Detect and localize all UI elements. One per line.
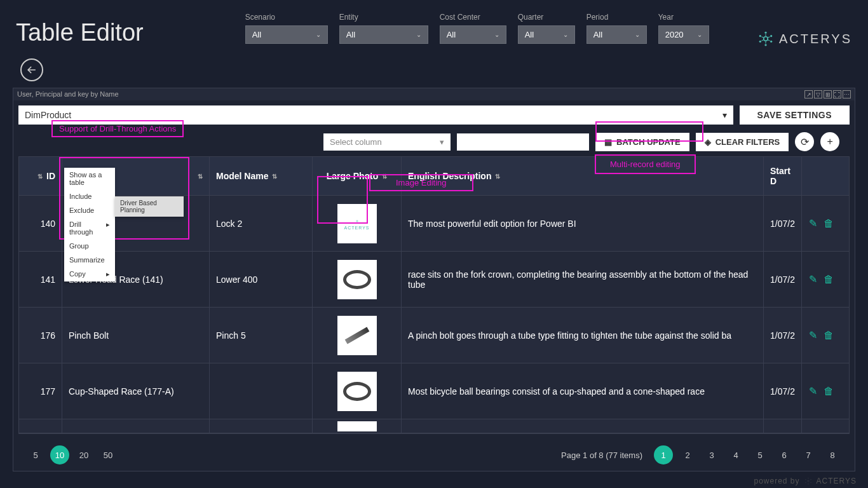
- page-size-20[interactable]: 20: [74, 445, 93, 464]
- filter-select-scenario[interactable]: All⌄: [245, 25, 328, 44]
- select-column-dropdown[interactable]: Select column ▾: [323, 133, 451, 151]
- chevron-down-icon: ▾: [722, 110, 727, 120]
- context-sub-item[interactable]: Driver Based Planning: [115, 196, 184, 217]
- filter-select-entity[interactable]: All⌄: [339, 25, 428, 44]
- page-2[interactable]: 2: [678, 445, 697, 464]
- filter-label: Period: [587, 13, 647, 22]
- context-item[interactable]: Include: [64, 189, 115, 203]
- svg-point-1: [764, 32, 766, 34]
- cell-date: 1/07/2: [764, 196, 802, 251]
- save-settings-button[interactable]: SAVE SETTINGS: [740, 105, 850, 125]
- svg-point-2: [770, 35, 772, 37]
- edit-icon[interactable]: ✎: [809, 273, 817, 285]
- arrow-left-icon: [25, 64, 38, 76]
- product-photo[interactable]: [337, 316, 377, 355]
- filter-label: Quarter: [518, 13, 575, 22]
- panel-caption: User, Principal and key by Name: [17, 90, 119, 98]
- filter-icon: ⇅: [272, 173, 277, 180]
- panel-icon-more[interactable]: ⋯: [843, 90, 851, 98]
- page-size-50[interactable]: 50: [98, 445, 118, 464]
- context-item[interactable]: Copy▸: [64, 267, 115, 281]
- page-1[interactable]: 1: [654, 445, 673, 464]
- page-5[interactable]: 5: [750, 445, 770, 464]
- clear-filters-button[interactable]: ◈ CLEAR FILTERS: [696, 133, 789, 151]
- filter-select-year[interactable]: 2020⌄: [658, 25, 709, 44]
- cell-name: Cup-Shaped Race (177-A): [62, 363, 210, 419]
- context-submenu[interactable]: Driver Based Planning: [115, 196, 184, 217]
- panel-icon-pin[interactable]: ⊞: [824, 90, 832, 98]
- product-photo[interactable]: [337, 372, 377, 411]
- filter-label: Entity: [339, 13, 428, 22]
- page-size-10[interactable]: 10: [50, 445, 69, 464]
- delete-icon[interactable]: 🗑: [824, 330, 834, 341]
- context-item[interactable]: Exclude: [64, 203, 115, 217]
- filter-icon: ⇅: [198, 173, 203, 180]
- col-header-desc[interactable]: English Description⇅: [402, 157, 764, 195]
- product-photo: [337, 421, 377, 431]
- chevron-right-icon: ▸: [106, 220, 110, 236]
- edit-icon[interactable]: ✎: [809, 385, 817, 397]
- table-row[interactable]: 177Cup-Shaped Race (177-A)Most bicycle b…: [19, 363, 849, 419]
- col-header-photo[interactable]: Large Photo⇅: [313, 157, 402, 195]
- svg-point-10: [810, 479, 811, 480]
- cell-name: Pinch Bolt: [62, 308, 210, 363]
- col-header-model[interactable]: Model Name⇅: [210, 157, 313, 195]
- page-4[interactable]: 4: [726, 445, 745, 464]
- cell-desc: race sits on the fork crown, completing …: [402, 252, 764, 307]
- chevron-down-icon: ⌄: [563, 31, 568, 38]
- edit-icon[interactable]: ✎: [809, 217, 817, 229]
- svg-point-3: [770, 41, 772, 43]
- col-header-id[interactable]: ⇅ID: [19, 157, 62, 195]
- batch-update-button[interactable]: ▦ BATCH UPDATE: [595, 133, 689, 151]
- refresh-icon: ⟳: [801, 136, 809, 148]
- svg-point-5: [759, 41, 761, 43]
- page-7[interactable]: 7: [799, 445, 818, 464]
- table-row[interactable]: 176Pinch BoltPinch 5A pinch bolt goes th…: [19, 308, 849, 363]
- cell-id: 140: [19, 196, 62, 251]
- cell-model: Pinch 5: [210, 308, 313, 363]
- page-8[interactable]: 8: [823, 445, 842, 464]
- svg-point-11: [810, 482, 811, 483]
- panel-icon-expand[interactable]: ⛶: [833, 90, 841, 98]
- context-item[interactable]: Group: [64, 239, 115, 253]
- delete-icon[interactable]: 🗑: [824, 274, 834, 285]
- add-button[interactable]: +: [820, 132, 839, 151]
- page-size-5[interactable]: 5: [26, 445, 45, 464]
- filter-label: Cost Center: [440, 13, 506, 22]
- chevron-down-icon: ⌄: [316, 31, 321, 38]
- delete-icon[interactable]: 🗑: [824, 386, 834, 397]
- brand-icon: [804, 477, 813, 485]
- svg-point-13: [805, 482, 806, 483]
- page-3[interactable]: 3: [702, 445, 721, 464]
- cell-model: Lower 400: [210, 252, 313, 307]
- panel-icon-filter[interactable]: ▽: [814, 90, 822, 98]
- cell-date: 1/07/2: [764, 308, 802, 363]
- filter-select-quarter[interactable]: All⌄: [518, 25, 575, 44]
- batch-value-input[interactable]: [457, 133, 589, 151]
- filter-icon: ⇅: [37, 173, 43, 180]
- context-menu[interactable]: Show as a tableIncludeExcludeDrill throu…: [64, 168, 115, 281]
- svg-point-9: [808, 478, 808, 478]
- brand-icon: [757, 30, 774, 47]
- context-item[interactable]: Show as a table: [64, 168, 115, 189]
- product-photo[interactable]: [337, 260, 377, 299]
- context-item[interactable]: Drill through▸: [64, 217, 115, 239]
- cell-id: 176: [19, 308, 62, 363]
- svg-point-6: [759, 35, 761, 37]
- table-row[interactable]: 141Lower Head Race (141)Lower 400race si…: [19, 252, 849, 308]
- refresh-button[interactable]: ⟳: [795, 132, 814, 151]
- filter-icon: ⇅: [495, 173, 500, 180]
- chevron-down-icon: ⌄: [494, 31, 499, 38]
- dimension-select[interactable]: DimProduct ▾: [18, 105, 733, 125]
- panel-icon-arrow[interactable]: ↗: [804, 90, 813, 98]
- edit-icon[interactable]: ✎: [809, 329, 817, 341]
- back-button[interactable]: [20, 58, 43, 81]
- filter-select-period[interactable]: All⌄: [587, 25, 647, 44]
- product-photo[interactable]: ACTERYS: [337, 204, 377, 243]
- context-item[interactable]: Summarize: [64, 253, 115, 267]
- col-header-date[interactable]: Start D: [764, 157, 802, 195]
- grid-icon: ▦: [604, 137, 612, 147]
- delete-icon[interactable]: 🗑: [824, 218, 834, 229]
- filter-select-cost-center[interactable]: All⌄: [440, 25, 506, 44]
- page-6[interactable]: 6: [775, 445, 794, 464]
